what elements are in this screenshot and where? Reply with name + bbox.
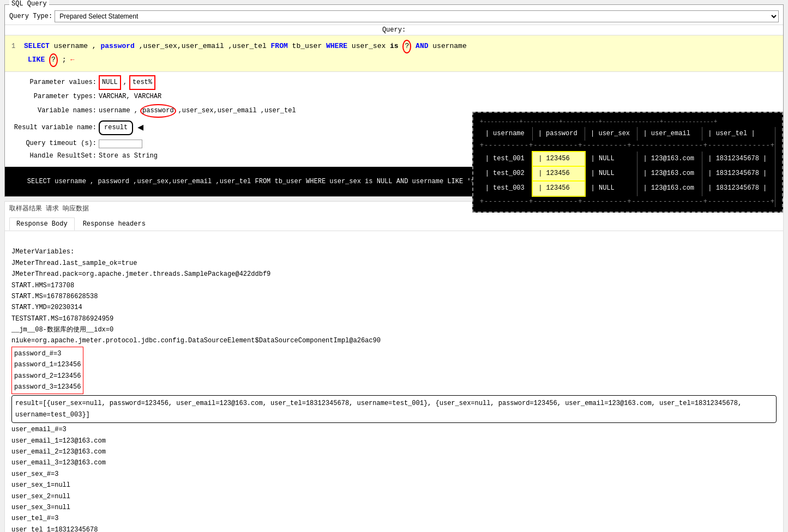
sql-line-1: 1 SELECT username , password ,user_sex,u… [11, 40, 777, 53]
response-body: JMeterVariables: JMeterThread.last_sampl… [5, 231, 783, 532]
line-number-1: 1 [11, 43, 15, 50]
password-circle: password [140, 104, 176, 118]
handle-resultset-label: Handle ResultSet: [9, 150, 97, 162]
param-values-null: NULL [99, 75, 121, 90]
kw-like: LIKE [28, 56, 45, 64]
response-tabs: Response Body Response headers [5, 215, 783, 231]
kw-select: SELECT [24, 42, 50, 50]
handle-resultset-value: Store as String [99, 150, 158, 162]
tab-response-headers[interactable]: Response headers [76, 217, 153, 231]
response-section: 取样器结果 请求 响应数据 Response Body Response hea… [4, 201, 784, 532]
query-label-row: Query: [5, 25, 783, 35]
placeholder-1: ? [402, 40, 411, 53]
query-timeout-input[interactable] [99, 140, 142, 148]
param-values-row: Parameter values: NULL , test% [9, 75, 779, 90]
param-types-label: Parameter types: [9, 91, 97, 103]
sql-editor[interactable]: 1 SELECT username , password ,user_sex,u… [5, 35, 783, 71]
table-row: | test_001 | 123456 | NULL | 123@163.com… [480, 152, 775, 166]
result-table: | username | password | user_sex | user_… [480, 127, 775, 207]
kw-and: AND [416, 42, 428, 50]
result-highlight-box: result=[{user_sex=null, password=123456,… [11, 395, 777, 423]
query-type-row: Query Type: Prepared Select Statement [5, 5, 783, 25]
kw-from: FROM [271, 42, 288, 50]
query-type-select[interactable]: Prepared Select Statement [55, 10, 779, 22]
table-row: | test_002 | 123456 | NULL | 123@163.com… [480, 166, 775, 181]
panel-title: SQL Query [9, 0, 49, 8]
placeholder-2: ? [49, 53, 58, 67]
param-types-value: VARCHAR, VARCHAR [99, 91, 161, 103]
col-username: | username [480, 127, 532, 141]
param-values-label: Parameter values: [9, 77, 97, 89]
result-table-overlay: +----------+----------+----------+------… [472, 112, 783, 213]
table-row: | test_003 | 123456 | NULL | 123@163.com… [480, 181, 775, 196]
result-variable-value: result [99, 120, 133, 136]
query-label: Query: [382, 26, 406, 34]
query-type-label: Query Type: [9, 13, 52, 20]
result-table-header-row: | username | password | user_sex | user_… [480, 127, 775, 141]
query-timeout-label: Query timeout (s): [9, 138, 97, 150]
result-variable-label: Result variable name: [9, 122, 97, 134]
kw-password: password [100, 42, 134, 50]
variable-names-label: Variable names: [9, 105, 97, 117]
param-types-row: Parameter types: VARCHAR, VARCHAR [9, 91, 779, 103]
jmeter-variables-label: JMeterVariables: [11, 246, 777, 257]
param-values-test: test% [129, 75, 155, 90]
sql-query-panel: SQL Query Query Type: Prepared Select St… [4, 4, 784, 197]
tab-response-body[interactable]: Response Body [9, 217, 75, 231]
sql-line-2: LIKE ? ; ← [28, 53, 777, 67]
kw-where: WHERE [326, 42, 347, 50]
password-highlight-block: password_#=3 password_1=123456 password_… [11, 347, 83, 395]
black-arrow: ◀ [137, 119, 143, 136]
